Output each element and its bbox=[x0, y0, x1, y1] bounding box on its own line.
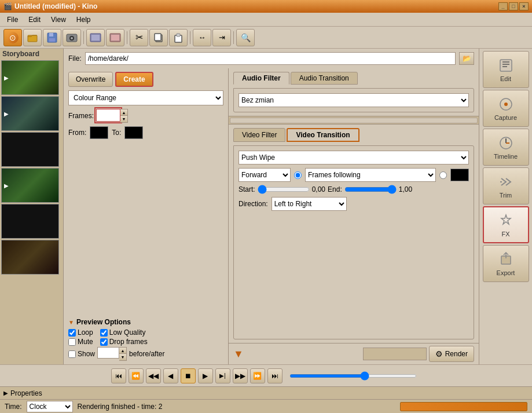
frames-value-input[interactable]: 25 bbox=[96, 109, 120, 122]
capture-nav-icon bbox=[498, 96, 514, 112]
menu-file[interactable]: File bbox=[2, 14, 23, 25]
trim-btn[interactable]: Trim bbox=[483, 167, 529, 204]
minimize-btn[interactable]: _ bbox=[498, 2, 508, 10]
capture-btn[interactable]: Capture bbox=[483, 90, 529, 127]
show-increment-btn[interactable]: ▲ bbox=[119, 348, 126, 354]
props-expand-icon[interactable]: ▶ bbox=[3, 390, 8, 396]
right-col: Edit Capture Timeline bbox=[479, 49, 532, 364]
fx-btn[interactable]: FX bbox=[483, 206, 529, 243]
toolbar-capture-btn[interactable] bbox=[63, 29, 81, 46]
play-btn[interactable]: ▶ bbox=[198, 368, 213, 383]
storyboard-thumb-3[interactable] bbox=[1, 132, 59, 167]
toolbar-save-btn[interactable] bbox=[43, 29, 61, 46]
create-tab[interactable]: Create bbox=[115, 72, 153, 87]
rewind-btn[interactable]: ◀◀ bbox=[146, 368, 161, 383]
toolbar-zoom-btn[interactable]: 🔍 bbox=[236, 29, 255, 46]
menu-help[interactable]: Help bbox=[72, 14, 96, 25]
toolbar: ⊙ ✂ ↔ ⇥ bbox=[0, 27, 532, 49]
forward-select[interactable]: Forward Reverse bbox=[239, 168, 291, 182]
storyboard-thumb-4[interactable]: ▶ bbox=[1, 168, 59, 203]
frames-following-select[interactable]: Frames following bbox=[305, 168, 436, 182]
vt-color-btn[interactable] bbox=[450, 169, 469, 181]
trim-icon bbox=[498, 174, 514, 190]
drop-frames-checkbox-item[interactable]: Drop frames bbox=[100, 338, 148, 346]
menu-edit[interactable]: Edit bbox=[24, 14, 45, 25]
browse-icon: 📂 bbox=[463, 54, 471, 63]
fast-forward-btn[interactable]: ▶▶ bbox=[233, 368, 248, 383]
start-slider[interactable] bbox=[258, 185, 310, 193]
maximize-btn[interactable]: □ bbox=[509, 2, 518, 10]
file-browse-btn[interactable]: 📂 bbox=[459, 52, 474, 65]
next-keyframe-btn[interactable]: ⏩ bbox=[250, 368, 265, 383]
toolbar-export1-btn[interactable] bbox=[86, 29, 105, 46]
audio-filter-tab[interactable]: Audio Filter bbox=[233, 72, 289, 85]
to-color-btn[interactable] bbox=[124, 126, 143, 139]
video-effect-select[interactable]: Push Wipe Dissolve bbox=[239, 151, 469, 165]
edit-btn[interactable]: Edit bbox=[483, 51, 529, 88]
prev-keyframe-btn[interactable]: ⏪ bbox=[129, 368, 144, 383]
storyboard-thumb-5[interactable] bbox=[1, 204, 59, 239]
play-reverse-btn[interactable]: ◀ bbox=[163, 368, 178, 383]
end-slider[interactable] bbox=[344, 185, 397, 193]
mute-checkbox[interactable] bbox=[68, 338, 76, 346]
time-format-select[interactable]: Clock Timecode bbox=[27, 401, 73, 412]
low-quality-checkbox[interactable] bbox=[100, 329, 108, 337]
toolbar-cut-btn[interactable]: ✂ bbox=[130, 29, 148, 46]
show-checkbox[interactable] bbox=[68, 350, 76, 358]
render-btn[interactable]: ⚙ Render bbox=[429, 346, 474, 362]
app-icon: 🎬 Untitled (modified) - Kino bbox=[3, 2, 97, 10]
storyboard-thumb-1[interactable]: ▶ bbox=[1, 60, 59, 95]
storyboard-thumb-6[interactable] bbox=[1, 240, 59, 275]
stop-btn[interactable]: ⏹ bbox=[181, 368, 196, 383]
drop-frames-checkbox[interactable] bbox=[100, 338, 108, 346]
color-radio[interactable] bbox=[439, 171, 447, 179]
loop-checkbox-item[interactable]: Loop bbox=[68, 328, 93, 337]
frames-following-radio[interactable] bbox=[294, 171, 302, 179]
progress-dash-btn[interactable] bbox=[363, 348, 427, 360]
file-path-input[interactable] bbox=[85, 52, 456, 65]
toolbar-separator-4 bbox=[233, 31, 234, 44]
storyboard-thumb-2[interactable]: ▶ bbox=[1, 96, 59, 131]
toolbar-nav1-btn[interactable]: ↔ bbox=[193, 29, 211, 46]
svg-rect-15 bbox=[500, 60, 512, 71]
toolbar-open-btn[interactable] bbox=[23, 29, 42, 46]
low-quality-checkbox-item[interactable]: Low Quality bbox=[100, 328, 146, 337]
show-value-input[interactable]: 25 bbox=[97, 347, 119, 359]
skip-to-start-btn[interactable]: ⏮ bbox=[111, 368, 126, 383]
toolbar-nav2-btn[interactable]: ⇥ bbox=[212, 29, 231, 46]
show-checkbox-item[interactable]: Show bbox=[68, 350, 95, 358]
skip-to-end-btn[interactable]: ⏭ bbox=[267, 368, 282, 383]
thumb-play-icon: ▶ bbox=[4, 75, 9, 81]
toolbar-new-btn[interactable]: ⊙ bbox=[3, 29, 22, 46]
loop-checkbox[interactable] bbox=[68, 329, 76, 337]
frames-spinner: 25 ▲ ▼ bbox=[96, 109, 128, 123]
position-slider[interactable] bbox=[289, 374, 417, 378]
frames-label: Frames: bbox=[68, 112, 94, 120]
storyboard-title: Storyboard bbox=[0, 49, 63, 59]
menu-view[interactable]: View bbox=[46, 14, 71, 25]
direction-select[interactable]: Left to Right Right to Left bbox=[271, 197, 347, 211]
play-slow-btn[interactable]: ▶| bbox=[215, 368, 230, 383]
thumb-play-icon: ▶ bbox=[4, 111, 9, 117]
toolbar-export2-btn[interactable] bbox=[106, 29, 124, 46]
frames-decrement-btn[interactable]: ▼ bbox=[120, 116, 127, 122]
export-btn[interactable]: Export bbox=[483, 245, 529, 282]
new-icon: ⊙ bbox=[7, 32, 19, 43]
effect-select[interactable]: Colour Range Black & White Sepia bbox=[68, 90, 223, 105]
show-decrement-btn[interactable]: ▼ bbox=[119, 354, 126, 360]
h-scrollbar[interactable] bbox=[230, 118, 478, 123]
audio-effect-select[interactable]: Bez zmian bbox=[239, 93, 469, 107]
frames-increment-btn[interactable]: ▲ bbox=[120, 109, 127, 116]
toolbar-copy-btn[interactable] bbox=[149, 29, 168, 46]
audio-transition-tab[interactable]: Audio Transition bbox=[291, 72, 358, 85]
close-btn[interactable]: × bbox=[519, 2, 529, 10]
scroll-down-arrow[interactable]: ▼ bbox=[233, 348, 244, 360]
video-filter-tab[interactable]: Video Filter bbox=[233, 128, 285, 142]
toolbar-paste-btn[interactable] bbox=[169, 29, 188, 46]
video-transition-tab[interactable]: Video Transition bbox=[287, 128, 359, 142]
mute-checkbox-item[interactable]: Mute bbox=[68, 338, 93, 346]
from-color-btn[interactable] bbox=[90, 126, 108, 139]
timeline-btn[interactable]: Timeline bbox=[483, 129, 529, 166]
preview-options-header[interactable]: ▼ Preview Options bbox=[68, 318, 223, 326]
overwrite-tab[interactable]: Overwrite bbox=[68, 72, 113, 87]
